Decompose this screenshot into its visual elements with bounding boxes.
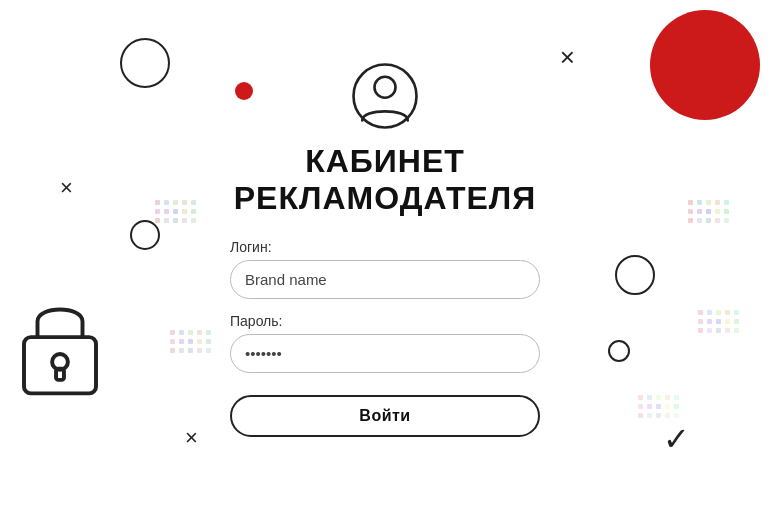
deco-checkmark: ✓ — [663, 420, 690, 458]
deco-big-red-circle — [650, 10, 760, 120]
svg-rect-0 — [24, 337, 96, 393]
page-container: × × × ✓ — [0, 0, 770, 518]
deco-x-left-2: × — [185, 425, 198, 451]
deco-dot-grid-2 — [698, 310, 740, 334]
svg-point-1 — [52, 354, 68, 370]
deco-dot-grid-4 — [155, 200, 197, 224]
deco-x-top-right: × — [560, 42, 575, 73]
deco-dot-grid-5 — [170, 330, 212, 354]
submit-button[interactable]: Войти — [230, 395, 540, 437]
login-input[interactable] — [230, 260, 540, 299]
deco-dot-grid-1 — [688, 200, 730, 224]
deco-circle-top-left — [120, 38, 170, 88]
deco-circle-right-1 — [615, 255, 655, 295]
deco-padlock — [15, 290, 115, 390]
password-input[interactable] — [230, 334, 540, 373]
deco-circle-right-2 — [608, 340, 630, 362]
login-form: Логин: Пароль: Войти — [230, 239, 540, 437]
deco-circle-left-mid — [130, 220, 160, 250]
page-title: КАБИНЕТ РЕКЛАМОДАТЕЛЯ — [234, 143, 537, 217]
password-label: Пароль: — [230, 313, 282, 329]
svg-rect-2 — [56, 369, 64, 380]
deco-dot-grid-3 — [638, 395, 680, 419]
login-label: Логин: — [230, 239, 272, 255]
deco-x-left-1: × — [60, 175, 73, 201]
avatar — [350, 61, 420, 135]
main-content: КАБИНЕТ РЕКЛАМОДАТЕЛЯ Логин: Пароль: Вой… — [230, 61, 540, 437]
svg-point-4 — [375, 77, 396, 98]
